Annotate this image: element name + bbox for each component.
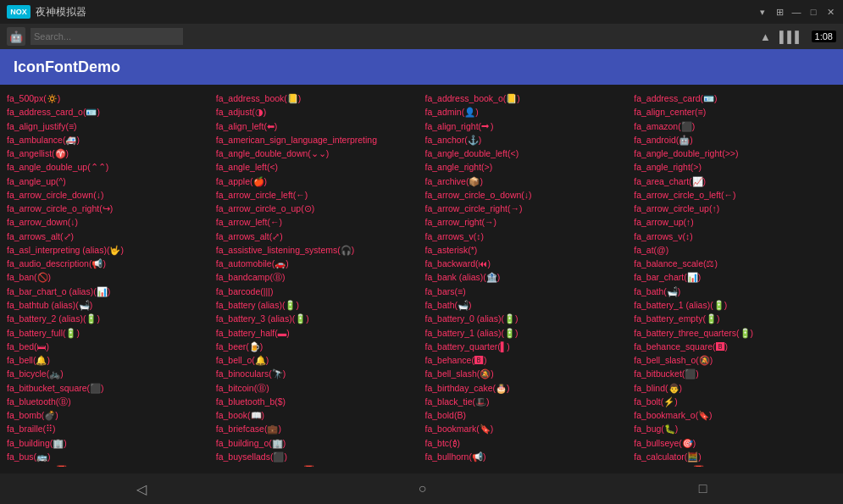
list-item[interactable]: fa_birthday_cake(🎂) xyxy=(425,381,628,395)
list-item[interactable]: fa_arrow_circle_o_left(←) xyxy=(634,188,836,202)
list-item[interactable]: fa_audio_description(📢) xyxy=(7,257,209,270)
list-item[interactable]: fa_at(@) xyxy=(634,243,836,257)
list-item[interactable]: fa_arrow_circle_o_down(↓) xyxy=(425,188,628,202)
list-item[interactable]: fa_battery_full(🔋) xyxy=(7,326,209,340)
list-item[interactable]: fa_buysellads(⬛) xyxy=(216,450,419,463)
list-item[interactable]: fa_anchor(⚓) xyxy=(425,133,628,147)
list-item[interactable]: fa_arrows_v(↕) xyxy=(425,230,628,243)
list-item[interactable]: fa_bullseye(🎯) xyxy=(634,436,836,450)
list-item[interactable]: fa_battery_1 (alias)(🔋) xyxy=(634,298,836,312)
list-item[interactable]: fa_asterisk(*) xyxy=(425,243,628,257)
list-item[interactable]: fa_binoculars(🔭) xyxy=(216,367,419,380)
list-item[interactable]: fa_barcode(|||) xyxy=(216,285,419,298)
minimize-dropdown-btn[interactable]: ▾ xyxy=(757,6,768,18)
list-item[interactable]: fa_arrow_right(→) xyxy=(425,215,628,229)
list-item[interactable]: fa_braille(⠿) xyxy=(7,422,209,435)
list-item[interactable]: fa_bed(🛏) xyxy=(7,340,209,353)
list-item[interactable]: fa_american_sign_language_interpreting xyxy=(216,133,419,147)
list-item[interactable]: fa_arrow_circle_right(→) xyxy=(425,202,628,215)
list-item[interactable]: fa_bookmark(🔖) xyxy=(425,422,628,435)
list-item[interactable]: fa_apple(🍎) xyxy=(216,174,419,188)
list-item[interactable]: fa_bug(🐛) xyxy=(634,422,836,435)
list-item[interactable]: fa_address_book_o(📒) xyxy=(425,91,628,105)
list-item[interactable]: fa_bitcoin(Ⓑ) xyxy=(216,381,419,395)
list-item[interactable]: fa_battery_three_quarters(🔋) xyxy=(634,326,836,340)
list-item[interactable]: fa_address_card_o(🪪) xyxy=(7,105,209,119)
list-item[interactable]: fa_automobile(🚗) xyxy=(216,257,419,270)
list-item[interactable]: fa_align_left(⬅) xyxy=(216,119,419,133)
list-item[interactable]: fa_bold(B) xyxy=(425,408,628,422)
list-item[interactable]: fa_battery_quarter(▌) xyxy=(425,340,628,353)
list-item[interactable]: fa_briefcase(💼) xyxy=(216,422,419,435)
list-item[interactable]: fa_assistive_listening_systems(🎧) xyxy=(216,243,419,257)
list-item[interactable]: fa_angle_left(<) xyxy=(216,160,419,174)
list-item[interactable]: fa_battery (alias)(🔋) xyxy=(216,298,419,312)
list-item[interactable]: fa_arrows_alt(⤢) xyxy=(216,230,419,243)
list-item[interactable]: fa_bandcamp(Ⓑ) xyxy=(216,270,419,284)
list-item[interactable]: fa_behance(🅱) xyxy=(425,353,628,367)
list-item[interactable]: fa_bitbucket(⬛) xyxy=(634,367,836,380)
list-item[interactable]: fa_bell_slash_o(🔕) xyxy=(634,353,836,367)
list-item[interactable]: fa_arrows_alt(⤢) xyxy=(7,230,209,243)
list-item[interactable]: fa_battery_empty(🔋) xyxy=(634,312,836,325)
list-item[interactable]: fa_admin(👤) xyxy=(425,105,628,119)
list-item[interactable]: fa_arrow_circle_o_up(⊙) xyxy=(216,202,419,215)
list-item[interactable]: fa_arrow_circle_down(↓) xyxy=(7,188,209,202)
list-item[interactable]: fa_bolt(⚡) xyxy=(634,395,836,408)
list-item[interactable]: fa_building(🏢) xyxy=(7,436,209,450)
list-item[interactable]: fa_calendar_o(📅) xyxy=(634,463,836,467)
list-item[interactable]: fa_arrow_up(↑) xyxy=(634,215,836,229)
list-item[interactable]: fa_angle_double_down(⌄⌄) xyxy=(216,147,419,160)
list-item[interactable]: fa_bank (alias)(🏦) xyxy=(425,270,628,284)
list-item[interactable]: fa_backward(⏮) xyxy=(425,257,628,270)
list-item[interactable]: fa_address_card(🪪) xyxy=(634,91,836,105)
list-item[interactable]: fa_arrow_circle_left(←) xyxy=(216,188,419,202)
back-button[interactable]: ◁ xyxy=(136,481,147,497)
list-item[interactable]: fa_blind(👨) xyxy=(634,381,836,395)
list-item[interactable]: fa_ban(🚫) xyxy=(7,270,209,284)
list-item[interactable]: fa_adjust(◑) xyxy=(216,105,419,119)
list-item[interactable]: fa_btc(₿) xyxy=(425,436,628,450)
list-item[interactable]: fa_calendar(📅) xyxy=(7,463,209,467)
minimize-btn[interactable]: — xyxy=(790,6,802,18)
list-item[interactable]: fa_angle_right(>) xyxy=(634,160,836,174)
list-item[interactable]: fa_battery_1 (alias)(🔋) xyxy=(425,326,628,340)
list-item[interactable]: fa_book(📖) xyxy=(216,408,419,422)
multiwindow-btn[interactable]: ⊞ xyxy=(774,6,785,18)
list-item[interactable]: fa_battery_2 (alias)(🔋) xyxy=(7,312,209,325)
list-item[interactable]: fa_calendar_check_o(📅) xyxy=(216,463,419,467)
list-item[interactable]: fa_align_center(≡) xyxy=(634,105,836,119)
list-item[interactable]: fa_bath(🛁) xyxy=(634,285,836,298)
list-item[interactable]: fa_angle_double_up(⌃⌃) xyxy=(7,160,209,174)
list-item[interactable]: fa_behance_square(🅱) xyxy=(634,340,836,353)
list-item[interactable]: fa_archive(📦) xyxy=(425,174,628,188)
list-item[interactable]: fa_bluetooth(Ⓑ) xyxy=(7,395,209,408)
search-input[interactable] xyxy=(31,28,183,45)
list-item[interactable]: fa_arrow_down(↓) xyxy=(7,215,209,229)
list-item[interactable]: fa_building_o(🏢) xyxy=(216,436,419,450)
list-item[interactable]: fa_angle_up(^) xyxy=(7,174,209,188)
list-item[interactable]: fa_battery_3 (alias)(🔋) xyxy=(216,312,419,325)
list-item[interactable]: fa_asl_interpreting (alias)(🤟) xyxy=(7,243,209,257)
list-item[interactable]: fa_cab (alias)(🚕) xyxy=(425,463,628,467)
list-item[interactable]: fa_align_justify(≡) xyxy=(7,119,209,133)
list-item[interactable]: fa_bell_slash(🔕) xyxy=(425,367,628,380)
list-item[interactable]: fa_bullhorn(📢) xyxy=(425,450,628,463)
list-item[interactable]: fa_calculator(🧮) xyxy=(634,450,836,463)
list-item[interactable]: fa_bluetooth_b($) xyxy=(216,395,419,408)
list-item[interactable]: fa_align_right(⮕) xyxy=(425,119,628,133)
list-item[interactable]: fa_angle_double_left(<) xyxy=(425,147,628,160)
list-item[interactable]: fa_bitbucket_square(⬛) xyxy=(7,381,209,395)
list-item[interactable]: fa_angellist(♈) xyxy=(7,147,209,160)
list-item[interactable]: fa_arrow_left(←) xyxy=(216,215,419,229)
list-item[interactable]: fa_angle_double_right(>>) xyxy=(634,147,836,160)
list-item[interactable]: fa_balance_scale(⚖) xyxy=(634,257,836,270)
list-item[interactable]: fa_ambulance(🚑) xyxy=(7,133,209,147)
recent-button[interactable]: □ xyxy=(699,481,707,496)
maximize-btn[interactable]: □ xyxy=(807,6,819,18)
list-item[interactable]: fa_arrows_v(↕) xyxy=(634,230,836,243)
list-item[interactable]: fa_address_book(📒) xyxy=(216,91,419,105)
close-btn[interactable]: ✕ xyxy=(824,6,836,18)
list-item[interactable]: fa_area_chart(📈) xyxy=(634,174,836,188)
list-item[interactable]: fa_angle_right(>) xyxy=(425,160,628,174)
